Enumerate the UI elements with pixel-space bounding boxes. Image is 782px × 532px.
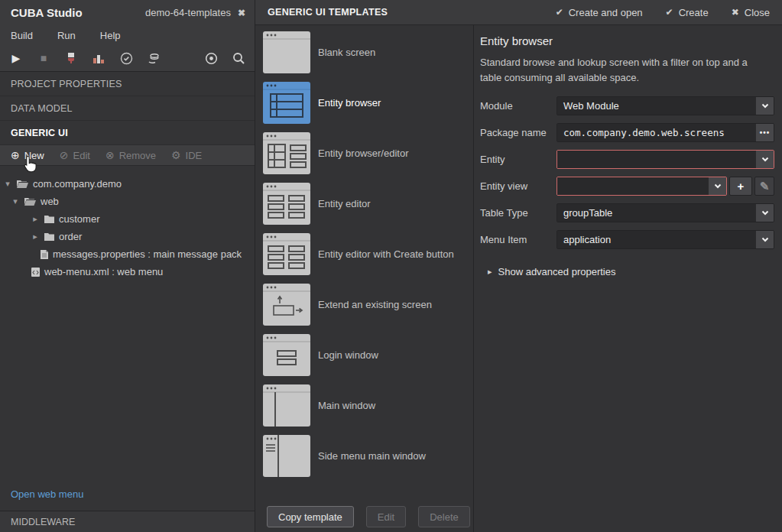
run-icon[interactable]: ▶ (9, 51, 23, 65)
section-middleware[interactable]: MIDDLEWARE (0, 511, 255, 532)
template-details-panel: Entity browser Standard browse and looku… (474, 25, 782, 532)
project-tab-close-icon[interactable]: ✖ (238, 8, 245, 18)
menu-item-select[interactable]: application (556, 230, 774, 249)
chevron-down-icon[interactable] (708, 177, 726, 195)
show-advanced-properties-toggle[interactable]: ▸ Show advanced properties (480, 266, 774, 277)
module-select[interactable]: Web Module (556, 96, 774, 115)
tree-item-customer[interactable]: ▸ customer (0, 210, 255, 228)
table-type-row: Table Type groupTable (480, 203, 774, 222)
copy-template-button[interactable]: Copy template (267, 506, 354, 527)
project-tab[interactable]: demo-64-templates ✖ (145, 7, 245, 18)
chevron-right-icon[interactable]: ▸ (31, 232, 40, 242)
check-icon: ✔ (666, 7, 673, 18)
blank-screen-thumbnail (263, 31, 310, 73)
new-button-label: New (24, 150, 44, 161)
close-button[interactable]: ✖ Close (732, 7, 770, 18)
folder-open-icon (24, 196, 37, 206)
entity-label: Entity (480, 154, 556, 165)
login-window-thumbnail (263, 334, 310, 376)
package-name-value[interactable]: com.company.demo.web.screens (557, 124, 755, 141)
open-web-menu-link[interactable]: Open web menu (0, 488, 255, 511)
module-value: Web Module (557, 97, 755, 115)
entity-editor-thumbnail (263, 183, 310, 225)
template-item-entity-browser[interactable]: Entity browser (263, 82, 473, 124)
entity-view-value[interactable] (557, 177, 708, 195)
entity-browser-thumbnail (263, 82, 310, 124)
brush-icon[interactable] (64, 51, 78, 65)
entity-value[interactable] (557, 151, 755, 168)
edit-button: ⊘ Edit (60, 149, 90, 161)
file-icon (40, 249, 49, 260)
module-label: Module (480, 100, 556, 112)
delete-template-button: Delete (418, 506, 470, 527)
template-item-blank-screen[interactable]: Blank screen (263, 31, 473, 73)
target-icon[interactable] (204, 51, 218, 65)
project-tree: ▾ com.company.demo ▾ web ▸ customer (0, 166, 255, 281)
chevron-right-icon[interactable]: ▸ (31, 214, 40, 224)
tree-item-label: com.company.demo (33, 178, 122, 190)
template-item-entity-browser-editor[interactable]: Entity browser/editor (263, 132, 473, 174)
chevron-down-icon[interactable] (755, 151, 774, 168)
close-icon: ✖ (732, 7, 739, 18)
tree-item-web-menu-xml[interactable]: web-menu.xml : web menu (0, 263, 255, 281)
create-label: Create (679, 7, 709, 18)
menu-help[interactable]: Help (100, 30, 121, 41)
create-button[interactable]: ✔ Create (666, 7, 709, 18)
template-list: Blank screen Entity browser (255, 25, 474, 532)
template-label: Entity browser (318, 97, 381, 109)
check-circle-icon[interactable] (119, 51, 133, 65)
template-item-side-menu-main-window[interactable]: Side menu main window (263, 435, 473, 477)
chevron-down-icon[interactable] (755, 97, 774, 115)
template-item-entity-editor[interactable]: Entity editor (263, 183, 473, 225)
edit-view-button: ✎ (754, 177, 774, 196)
chevron-down-icon[interactable] (755, 204, 774, 222)
template-item-entity-editor-create[interactable]: Entity editor with Create button (263, 233, 473, 275)
tree-item-label: web (41, 196, 59, 207)
tree-item-order[interactable]: ▸ order (0, 228, 255, 245)
entity-view-row: Entity view + ✎ (480, 177, 774, 196)
entity-select[interactable] (556, 150, 774, 169)
template-item-login-window[interactable]: Login window (263, 334, 473, 376)
search-icon[interactable] (232, 51, 245, 65)
xml-file-icon (31, 267, 41, 277)
dialog-header: GENERIC UI TEMPLATES ✔ Create and open ✔… (255, 0, 782, 25)
menu-item-label: Menu Item (480, 234, 556, 245)
create-and-open-button[interactable]: ✔ Create and open (556, 7, 643, 18)
stop-icon[interactable]: ■ (37, 51, 50, 65)
template-item-extend-screen[interactable]: Extend an existing screen (263, 284, 473, 326)
modules-icon[interactable] (92, 51, 105, 65)
check-icon: ✔ (556, 7, 563, 18)
ellipsis-icon[interactable]: ••• (755, 124, 774, 141)
table-type-select[interactable]: groupTable (556, 203, 774, 222)
new-button[interactable]: ⊕ New (11, 149, 44, 161)
x-circle-icon: ⊗ (105, 149, 115, 161)
pencil-icon: ✎ (760, 180, 770, 193)
menu-build[interactable]: Build (11, 30, 33, 41)
entity-browser-editor-thumbnail (263, 132, 310, 174)
toolbar: ▶ ■ (0, 45, 255, 71)
template-label: Login window (318, 349, 378, 361)
advanced-toggle-label: Show advanced properties (498, 266, 616, 277)
chevron-right-icon: ▸ (488, 267, 492, 277)
package-name-field[interactable]: com.company.demo.web.screens ••• (556, 123, 774, 142)
section-generic-ui[interactable]: GENERIC UI (0, 121, 255, 145)
menu-run[interactable]: Run (57, 30, 76, 41)
template-description: Standard browse and lookup screen with a… (480, 55, 769, 86)
chevron-down-icon[interactable]: ▾ (11, 196, 20, 206)
chevron-down-icon[interactable] (755, 231, 774, 248)
template-item-main-window[interactable]: Main window (263, 384, 473, 427)
entity-view-select[interactable] (556, 177, 727, 196)
generic-ui-action-bar: ⊕ New ⊘ Edit ⊗ Remove ⚙ IDE (0, 145, 255, 166)
tree-item-label: web-menu.xml : web menu (44, 266, 163, 277)
hand-coins-icon[interactable] (147, 51, 161, 65)
section-data-model[interactable]: DATA MODEL (0, 96, 255, 121)
package-name-label: Package name (480, 127, 556, 138)
add-view-button[interactable]: + (729, 177, 752, 196)
chevron-down-icon[interactable]: ▾ (3, 179, 12, 189)
table-type-value: groupTable (557, 204, 755, 222)
tree-item-messages-properties[interactable]: messages.properties : main message pack (0, 245, 255, 263)
tree-item-web[interactable]: ▾ web (0, 193, 255, 210)
section-project-properties[interactable]: PROJECT PROPERTIES (0, 72, 255, 96)
menu-bar: Build Run Help (0, 25, 255, 45)
tree-item-com-company-demo[interactable]: ▾ com.company.demo (0, 175, 255, 193)
